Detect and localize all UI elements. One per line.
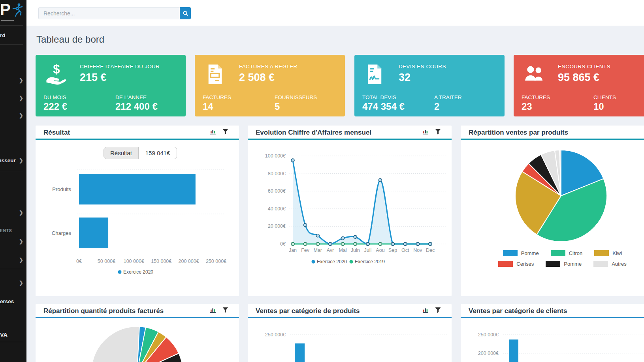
svg-text:Exercice 2019: Exercice 2019 <box>355 259 385 264</box>
pie-slice-Autres[interactable] <box>92 326 139 362</box>
stat-card-chiffre-affaire: $ CHIFFRE D'AFFAIRE DU JOUR 215 € DU MOI… <box>36 55 186 116</box>
svg-text:Nov: Nov <box>413 248 422 253</box>
card-sub-value: 212 400 € <box>115 101 158 112</box>
svg-text:40 000€: 40 000€ <box>268 206 286 212</box>
divider <box>0 171 23 171</box>
ventes-produits-pie-chart[interactable] <box>461 126 644 296</box>
svg-text:$: $ <box>53 63 60 76</box>
legend-item-citron[interactable]: Citron <box>551 250 583 256</box>
card-value: 2 508 € <box>239 71 275 84</box>
sidebar-section-clients: ENTS <box>0 229 12 233</box>
ventes-categorie-clients-chart[interactable]: 250 000€200 000€ <box>461 304 644 362</box>
chevron-right-icon[interactable]: ❯ <box>19 113 23 118</box>
bar-Produits[interactable] <box>79 174 196 204</box>
svg-text:Produits: Produits <box>52 186 71 192</box>
stat-card-encours-clients: ENCOURS CLIENTS 95 865 € FACTURES 23 CLI… <box>514 55 644 116</box>
svg-text:Sep: Sep <box>388 248 397 253</box>
legend-item-pomme[interactable]: Pomme <box>503 250 539 256</box>
panel-resultat: Résultat Résultat 159 041€ ProduitsCharg… <box>36 126 239 296</box>
legend-item-cerises[interactable]: Cerises <box>498 261 534 267</box>
svg-text:0€: 0€ <box>280 241 286 247</box>
legend-swatch <box>546 261 560 267</box>
svg-text:200 000€: 200 000€ <box>179 259 199 264</box>
legend-item-pomme[interactable]: Pomme <box>546 261 582 267</box>
svg-text:20 000€: 20 000€ <box>268 223 286 229</box>
svg-text:Exercice 2020: Exercice 2020 <box>123 269 153 275</box>
file-chart-icon <box>363 63 386 86</box>
result-pill: Résultat 159 041€ <box>104 147 177 159</box>
legend-label: Pomme <box>521 250 539 256</box>
bar-Charges[interactable] <box>79 218 108 248</box>
legend-swatch <box>498 261 513 267</box>
divider <box>0 25 23 26</box>
svg-text:60 000€: 60 000€ <box>268 188 286 194</box>
svg-text:Dec: Dec <box>426 248 435 253</box>
card-sub-value: 23 <box>522 101 532 112</box>
app-logo[interactable]: P <box>0 0 26 25</box>
bar[interactable] <box>295 343 305 362</box>
quantite-pie-chart[interactable] <box>36 304 239 362</box>
svg-text:Fev: Fev <box>301 248 310 253</box>
card-value: 32 <box>399 71 411 84</box>
search-input[interactable] <box>38 7 180 19</box>
svg-text:Aou: Aou <box>376 248 384 253</box>
card-sub-value: 222 € <box>43 101 67 112</box>
line-exercice-2020 <box>293 160 430 244</box>
card-sub-label: FACTURES <box>522 94 550 100</box>
panel-ventes-clients: Ventes par catégorie de clients 250 000€… <box>461 304 644 362</box>
svg-text:Juil: Juil <box>364 248 371 253</box>
legend-item-kiwi[interactable]: Kiwi <box>594 250 622 256</box>
search-icon <box>183 10 188 16</box>
sidebar-item-fournisseur[interactable]: isseur <box>0 158 16 163</box>
card-label: CHIFFRE D'AFFAIRE DU JOUR <box>80 64 160 69</box>
svg-text:Avr: Avr <box>327 248 334 253</box>
ventes-categorie-produits-chart[interactable]: 250 000€ <box>248 304 452 362</box>
logo-tagline <box>1 20 14 21</box>
card-label: FACTURES A REGLER <box>239 64 298 69</box>
result-pill-label: Résultat <box>104 147 139 159</box>
divider <box>0 269 23 269</box>
evolution-line-chart[interactable]: 100 000€80 000€60 000€40 000€20 000€0€Ja… <box>248 126 452 296</box>
card-sub-label: FOURNISSEURS <box>275 94 317 100</box>
sidebar-item-operations-diverses[interactable]: erses <box>0 298 14 304</box>
legend-item-autres[interactable]: Autres <box>593 261 627 267</box>
svg-text:250 000€: 250 000€ <box>206 259 226 264</box>
card-sub-label: DE L'ANNEE <box>115 94 147 100</box>
legend-label: Cerises <box>516 261 534 267</box>
stat-card-factures: FACTURES A REGLER 2 508 € FACTURES 14 FO… <box>195 55 345 116</box>
legend-swatch <box>551 250 565 256</box>
app-screen: P rd ❯ ❯ ❯ isseur ❯ ❯ ENTS ❯ ❯ ❯ erses V… <box>0 0 644 362</box>
chevron-right-icon[interactable]: ❯ <box>19 257 23 263</box>
search-button[interactable] <box>180 7 191 19</box>
panel-pie-quantite: Répartition quantité produits facturés <box>36 304 239 362</box>
svg-text:Oct: Oct <box>401 248 409 253</box>
chevron-right-icon[interactable]: ❯ <box>19 238 23 244</box>
runner-icon <box>10 2 24 18</box>
svg-text:100 000€: 100 000€ <box>124 259 144 264</box>
chevron-right-icon[interactable]: ❯ <box>19 210 23 216</box>
card-sub-label: TOTAL DEVIS <box>362 94 396 100</box>
legend-label: Pomme <box>564 261 582 267</box>
card-sub-label: CLIENTS <box>593 94 616 100</box>
chevron-right-icon[interactable]: ❯ <box>19 158 23 163</box>
svg-text:250 000€: 250 000€ <box>478 332 499 338</box>
sidebar-item-tva[interactable]: VA <box>0 332 8 338</box>
card-sub-value: 10 <box>593 101 604 112</box>
chevron-right-icon[interactable]: ❯ <box>19 95 23 101</box>
card-sub-value: 2 <box>434 101 439 112</box>
chevron-right-icon[interactable]: ❯ <box>19 77 23 83</box>
svg-text:Mar: Mar <box>314 248 322 253</box>
card-label: ENCOURS CLIENTS <box>558 64 610 69</box>
legend-swatch <box>593 261 608 267</box>
topbar <box>26 0 644 26</box>
svg-text:80 000€: 80 000€ <box>268 171 286 176</box>
stat-card-devis: DEVIS EN COURS 32 TOTAL DEVIS 474 354 € … <box>354 55 505 116</box>
invoice-icon <box>203 63 226 86</box>
sidebar-item-dashboard[interactable]: rd <box>0 32 6 38</box>
card-sub-label: FACTURES <box>203 94 231 100</box>
svg-text:Jan: Jan <box>289 248 297 253</box>
card-sub-value: 14 <box>203 101 213 112</box>
bar[interactable] <box>509 339 518 362</box>
svg-text:Charges: Charges <box>52 230 72 236</box>
chevron-right-icon[interactable]: ❯ <box>19 280 23 286</box>
